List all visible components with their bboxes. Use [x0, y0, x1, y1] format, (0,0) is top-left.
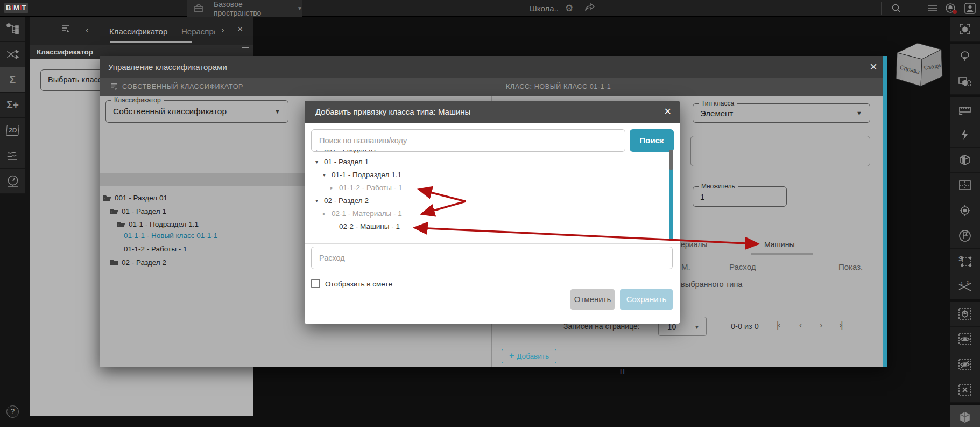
active-tab-indicator: [751, 253, 813, 255]
tab-unallocated[interactable]: Нераспре: [181, 27, 215, 36]
section-own-classifier: СОБСТВЕННЫЙ КЛАССИФИКАТОР: [122, 83, 243, 90]
tree-item[interactable]: 02-2 - Машины - 1: [311, 220, 666, 233]
sidebar-button-charts[interactable]: [0, 143, 25, 169]
sidebar-button-estimate-add[interactable]: Σ+: [0, 93, 25, 118]
help-button[interactable]: ?: [6, 405, 19, 418]
add-binding-button[interactable]: +Добавить: [502, 349, 556, 363]
divider: [881, 2, 882, 15]
tree-scrollbar[interactable]: [669, 150, 673, 241]
floorplan-icon: [958, 179, 972, 192]
sidebar-button-flag[interactable]: [950, 223, 980, 249]
sidebar-button-clash[interactable]: [950, 122, 980, 148]
notification-bell-icon[interactable]: [945, 3, 956, 13]
sidebar-button-collisions[interactable]: [0, 42, 25, 67]
next-page-icon[interactable]: ›: [820, 320, 821, 330]
tree-item[interactable]: ▾01 - Раздел 1: [311, 155, 666, 168]
scrollbar-thumb[interactable]: [669, 150, 673, 170]
sidebar-button-section-box[interactable]: [950, 148, 980, 173]
section-menu-icon[interactable]: [110, 82, 119, 90]
target-icon: [958, 204, 971, 217]
sidebar-button-structure[interactable]: [0, 17, 25, 42]
tab-scroll-right-icon[interactable]: ›: [221, 25, 224, 36]
search-button[interactable]: Поиск: [630, 129, 674, 152]
classifier-select[interactable]: Классификатор Собственный классификатор …: [105, 100, 288, 123]
sidebar-button-locate[interactable]: [950, 198, 980, 223]
caret-right-icon[interactable]: ▸: [330, 185, 339, 191]
tree-item[interactable]: ▾02 - Раздел 2: [311, 194, 666, 207]
tab-scroll-left-icon[interactable]: ‹: [86, 25, 89, 36]
active-tab-indicator: [110, 41, 192, 43]
project-name: Школа..: [530, 4, 559, 13]
tree-item[interactable]: 01-1 - Подраздел 1.1: [117, 218, 199, 230]
sidebar-button-select-similar[interactable]: [950, 69, 980, 95]
divider: [681, 278, 870, 278]
multiplier-field[interactable]: Множитель 1: [693, 186, 787, 207]
sidebar-button-model[interactable]: [950, 405, 980, 427]
minimize-icon[interactable]: [242, 47, 249, 48]
tab-classifier[interactable]: Классификатор: [109, 27, 167, 36]
caret-down-icon[interactable]: ▾: [323, 172, 332, 178]
search-icon[interactable]: [891, 3, 901, 13]
sidebar-button-axes[interactable]: 12: [950, 274, 980, 299]
tab-menu-icon[interactable]: [62, 24, 72, 33]
sidebar-button-drawings-2d[interactable]: 2D: [0, 118, 25, 143]
caret-right-icon[interactable]: ▸: [323, 211, 332, 216]
caret-down-icon[interactable]: ▾: [315, 159, 324, 165]
close-icon[interactable]: ×: [664, 104, 671, 118]
list-icon[interactable]: [927, 3, 939, 13]
caret-down-icon[interactable]: ▾: [315, 198, 324, 204]
modal-header[interactable]: Управление классификаторами ×: [100, 56, 887, 78]
user-avatar-icon[interactable]: [964, 3, 976, 14]
notification-badge: [953, 10, 957, 14]
first-page-icon[interactable]: |‹: [777, 320, 779, 330]
sidebar-button-focus[interactable]: [950, 17, 980, 42]
description-field[interactable]: [690, 136, 870, 166]
sidebar-button-selection-set[interactable]: S: [950, 249, 980, 274]
tab-machines[interactable]: Машины: [764, 240, 794, 249]
sidebar-button-floorplan[interactable]: [950, 173, 980, 198]
modal-scrollbar[interactable]: [883, 56, 887, 367]
dialog-header[interactable]: Добавить привязку класса типа: Машины ×: [305, 101, 680, 123]
cancel-button[interactable]: Отменить: [570, 289, 615, 310]
tree-item[interactable]: ▾001 - Раздел 01: [311, 150, 666, 155]
gear-icon[interactable]: ⚙: [565, 3, 573, 14]
workspace-switcher[interactable]: Базовое пространство ▼: [187, 0, 302, 17]
folder-open-icon: [110, 208, 118, 215]
save-button[interactable]: Сохранить: [620, 289, 673, 310]
prev-page-icon[interactable]: ‹: [799, 320, 801, 330]
last-page-icon[interactable]: ›|: [839, 320, 842, 330]
tree-item[interactable]: 01-1-1 - Новый класс 01-1-1: [124, 229, 217, 242]
bimit-logo: BiMiT: [4, 3, 28, 13]
tab-materials-fragment[interactable]: ериалы: [681, 240, 707, 249]
tree-item-label: 02 - Раздел 2: [324, 197, 369, 205]
close-icon[interactable]: ×: [870, 59, 877, 74]
navigation-cube[interactable]: Справа Сзади: [891, 37, 948, 90]
briefcase-icon: [194, 4, 203, 13]
search-input[interactable]: [311, 129, 625, 152]
show-in-estimate-checkbox[interactable]: [311, 279, 320, 288]
sidebar-button-tree[interactable]: [950, 44, 980, 69]
add-button-label: Добавить: [517, 352, 549, 360]
consumption-input[interactable]: [311, 247, 673, 269]
tree-item[interactable]: ▸01-1-2 - Работы - 1: [311, 181, 666, 194]
sidebar-button-show[interactable]: [950, 327, 980, 352]
class-type-select[interactable]: Тип класса Элемент ▼: [693, 103, 870, 123]
tree-item[interactable]: ▾01-1 - Подраздел 1.1: [311, 168, 666, 181]
sidebar-button-measure[interactable]: [950, 97, 980, 122]
tree-item[interactable]: 001 - Раздел 01: [103, 192, 167, 204]
tree-item[interactable]: ▸02-1 - Материалы - 1: [311, 207, 666, 220]
tree-item[interactable]: 01-1-2 - Работы - 1: [124, 243, 187, 255]
sidebar-button-estimate[interactable]: Σ: [0, 67, 25, 93]
divider: [209, 0, 209, 17]
tree-item[interactable]: 02 - Раздел 2: [110, 256, 166, 269]
caret-down-icon[interactable]: ▾: [315, 150, 324, 152]
sidebar-button-isolate[interactable]: [950, 302, 980, 327]
sidebar-button-dashboard[interactable]: [0, 169, 25, 194]
share-icon[interactable]: [584, 3, 595, 12]
tree-item-label: 01 - Раздел 1: [324, 158, 369, 166]
tree-item[interactable]: 01 - Раздел 1: [110, 205, 166, 218]
sidebar-button-hide[interactable]: [950, 352, 980, 377]
tab-close-icon[interactable]: ×: [237, 24, 243, 35]
logo-letter: M: [13, 4, 19, 12]
sidebar-button-clear-selection[interactable]: [950, 377, 980, 403]
